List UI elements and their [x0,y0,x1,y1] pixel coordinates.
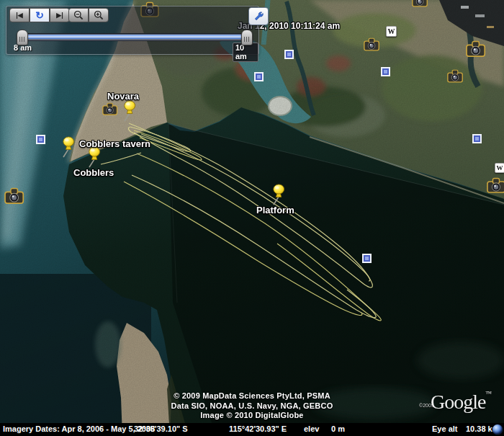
time-step-forward-button[interactable]: ▶| [50,8,70,22]
time-options-button[interactable] [248,7,269,25]
photo-square-icon[interactable] [474,135,480,142]
time-range-selection[interactable] [22,35,248,39]
map-attribution: © 2009 MapData Sciences PtyLtd, PSMA Dat… [164,391,340,421]
photo-square-icon[interactable] [382,68,389,75]
elevation-value: 0 m [331,424,345,433]
placemark-label-platform[interactable]: Platform [256,205,294,215]
streaming-globe-icon [492,424,503,435]
attribution-line: Data SIO, NOAA, U.S. Navy, NGA, GEBCO [164,401,340,411]
photo-square-icon[interactable] [364,255,370,262]
wikipedia-icon[interactable]: W [386,26,397,37]
time-range-end-label: 10 am [233,43,258,62]
attribution-line: © 2009 MapData Sciences PtyLtd, PSMA [164,391,340,401]
placemark-label-cobblers[interactable]: Cobblers [73,167,114,178]
time-range-start-handle[interactable] [17,30,28,45]
time-slider-panel: |◀ ↻ ▶| [6,6,259,55]
status-bar: Imagery Dates: Apr 8, 2006 - May 5, 2008… [0,423,504,436]
cursor-latitude: 32°35'39.10" S [134,424,188,433]
google-logo: Google™ [431,390,492,414]
time-zoom-out-button[interactable] [68,8,89,22]
eye-altitude-label: Eye alt [432,424,457,433]
attribution-line: Image © 2010 DigitalGlobe [164,411,340,421]
wikipedia-icon[interactable]: W [495,163,504,173]
elevation-label: elev [304,424,319,433]
time-zoom-in-button[interactable] [89,8,109,22]
cursor-longitude: 115°42'30.93" E [229,424,287,433]
time-range-end-handle[interactable] [241,30,253,45]
magnifier-minus-icon [73,10,84,20]
satellite-map-canvas[interactable] [0,0,504,436]
wrench-icon [253,11,264,22]
photo-square-icon[interactable] [286,51,292,58]
imagery-dates: Imagery Dates: Apr 8, 2006 - May 5, 2008 [3,424,155,433]
time-step-back-button[interactable]: |◀ [9,8,30,22]
magnifier-plus-icon [94,10,104,20]
placemark-label-cobblers-tavern[interactable]: Cobblers tavern [79,138,150,149]
camera-photo-icon[interactable] [413,0,427,6]
photo-square-icon[interactable] [256,74,262,80]
photo-square-icon[interactable] [37,136,44,143]
google-earth-window: W W Novara Cobblers tavern Cobblers Plat… [0,0,504,436]
time-range-track[interactable] [19,33,250,41]
time-play-loop-button[interactable]: ↻ [30,8,50,22]
placemark-label-novara[interactable]: Novara [107,91,139,102]
